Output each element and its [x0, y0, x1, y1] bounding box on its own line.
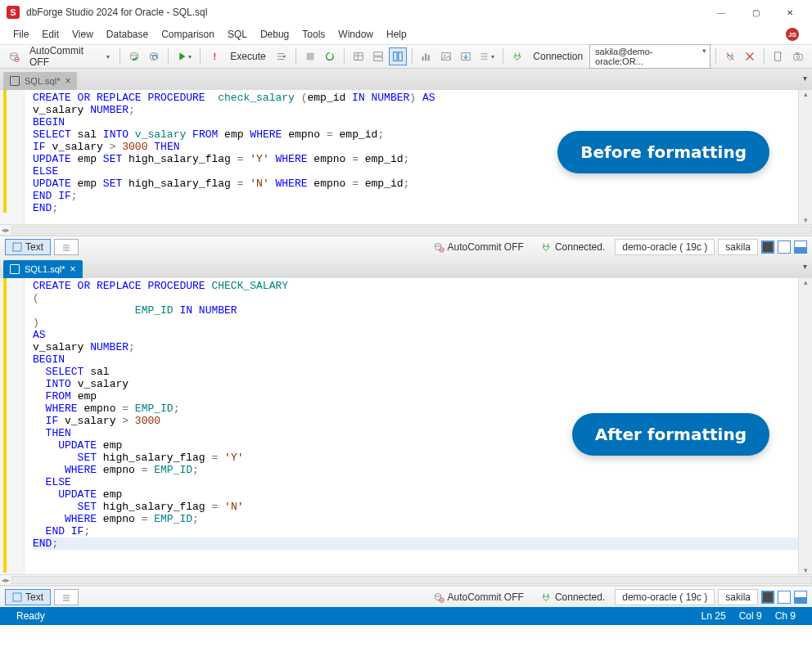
- view-mode-button[interactable]: [54, 239, 79, 255]
- main-toolbar: AutoCommit OFF▾ ▾ ! Execute ▾ Connection…: [0, 44, 812, 69]
- svg-rect-11: [425, 54, 426, 61]
- svg-point-0: [11, 53, 18, 56]
- snapshot-button[interactable]: [789, 47, 807, 65]
- execute-button[interactable]: Execute: [225, 51, 270, 62]
- schema-status[interactable]: sakila: [718, 589, 758, 605]
- autocommit-status: AutoCommit OFF: [426, 589, 530, 605]
- text-view-button[interactable]: Text: [5, 239, 51, 255]
- menu-comparison[interactable]: Comparison: [155, 26, 221, 43]
- document-icon: [10, 264, 20, 274]
- disconnect-button[interactable]: [721, 47, 739, 65]
- tab-sql1[interactable]: SQL1.sql* ×: [3, 260, 83, 278]
- layout-light-icon[interactable]: [778, 241, 791, 254]
- minimize-button[interactable]: —: [706, 3, 737, 21]
- transaction-mode-button[interactable]: [5, 47, 23, 65]
- view-mode-button[interactable]: [54, 589, 79, 605]
- svg-point-24: [435, 593, 440, 596]
- commit-button[interactable]: [125, 47, 143, 65]
- run-button[interactable]: ▾: [174, 47, 196, 65]
- document-tabstrip-2: SQL1.sql* × ▾: [0, 257, 812, 278]
- menu-debug[interactable]: Debug: [254, 26, 295, 43]
- new-query-button[interactable]: [769, 47, 787, 65]
- menu-edit[interactable]: Edit: [35, 26, 65, 43]
- svg-point-21: [435, 243, 440, 246]
- more-options-button[interactable]: ▾: [476, 47, 498, 65]
- document-icon: [10, 76, 20, 86]
- svg-rect-5: [354, 53, 363, 61]
- tab-label: SQL1.sql*: [25, 264, 65, 274]
- svg-rect-9: [398, 52, 401, 61]
- execute-warning-icon[interactable]: !: [205, 47, 223, 65]
- server-status[interactable]: demo-oracle ( 19c ): [615, 589, 715, 605]
- svg-rect-8: [393, 52, 396, 61]
- layout-dark-icon[interactable]: [761, 241, 774, 254]
- app-statusbar: Ready Ln 25 Col 9 Ch 9: [0, 607, 812, 625]
- svg-rect-10: [422, 56, 423, 61]
- image-view-button[interactable]: [437, 47, 455, 65]
- menu-sql[interactable]: SQL: [221, 26, 254, 43]
- menu-database[interactable]: Database: [100, 26, 155, 43]
- editor-pane-1[interactable]: CREATE OR REPLACE PROCEDURE check_salary…: [0, 90, 812, 224]
- change-marker: [3, 278, 7, 573]
- tab-close-button[interactable]: ×: [65, 76, 70, 86]
- stop-button[interactable]: [301, 47, 319, 65]
- connection-icon[interactable]: [508, 47, 526, 65]
- vertical-scrollbar[interactable]: [798, 278, 812, 574]
- editor-pane-2[interactable]: CREATE OR REPLACE PROCEDURE CHECK_SALARY…: [0, 278, 812, 574]
- callout-before: Before formatting: [557, 131, 769, 173]
- status-line: Ln 25: [701, 610, 726, 622]
- chart-button-1[interactable]: [417, 47, 435, 65]
- callout-after: After formatting: [572, 413, 769, 456]
- connection-label: Connection: [528, 51, 588, 62]
- titlebar: S dbForge Studio 2024 for Oracle - SQL.s…: [0, 0, 812, 25]
- execute-to-cursor-button[interactable]: [273, 47, 291, 65]
- document-tabstrip-1: SQL.sql* × ▾: [0, 69, 812, 90]
- tab-overflow-button[interactable]: ▾: [803, 74, 807, 83]
- layout-split-icon[interactable]: [794, 591, 807, 604]
- layout-light-icon[interactable]: [778, 591, 791, 604]
- svg-rect-4: [306, 53, 314, 61]
- horizontal-scroll-2[interactable]: ◂▸: [0, 574, 812, 586]
- svg-point-2: [130, 53, 138, 56]
- server-status[interactable]: demo-oracle ( 19c ): [615, 239, 715, 255]
- window-title: dbForge Studio 2024 for Oracle - SQL.sql: [26, 7, 706, 18]
- connection-combo[interactable]: sakila@demo-oracle:OR...: [589, 44, 710, 69]
- svg-rect-12: [427, 55, 429, 61]
- menu-window[interactable]: Window: [332, 26, 380, 43]
- export-button[interactable]: [457, 47, 475, 65]
- horizontal-scroll-1[interactable]: ◂▸: [0, 224, 812, 236]
- autocommit-toggle[interactable]: AutoCommit OFF▾: [25, 45, 115, 68]
- close-connection-button[interactable]: [741, 47, 759, 65]
- layout-dark-icon[interactable]: [761, 591, 774, 604]
- table-view-button[interactable]: [350, 47, 368, 65]
- maximize-button[interactable]: ▢: [740, 3, 771, 21]
- change-marker: [3, 90, 7, 213]
- editor-statusbar-1: Text AutoCommit OFF Connected. demo-orac…: [0, 236, 812, 257]
- layout-split-icon[interactable]: [794, 241, 807, 254]
- tab-close-button[interactable]: ×: [70, 264, 76, 274]
- menu-view[interactable]: View: [65, 26, 100, 43]
- svg-point-14: [444, 55, 445, 56]
- svg-rect-6: [373, 52, 382, 56]
- rollback-button[interactable]: [145, 47, 163, 65]
- card-view-button[interactable]: [369, 47, 387, 65]
- menu-help[interactable]: Help: [380, 26, 413, 43]
- tab-sql[interactable]: SQL.sql* ×: [3, 72, 77, 90]
- svg-rect-23: [13, 593, 21, 601]
- svg-rect-20: [13, 243, 21, 251]
- menu-tools[interactable]: Tools: [295, 26, 332, 43]
- schema-status[interactable]: sakila: [718, 239, 758, 255]
- pivot-view-button[interactable]: [389, 47, 407, 65]
- editor-statusbar-2: Text AutoCommit OFF Connected. demo-orac…: [0, 586, 812, 607]
- text-view-button[interactable]: Text: [5, 589, 51, 605]
- notification-badge-icon[interactable]: JS: [786, 28, 799, 41]
- status-ready: Ready: [16, 610, 45, 622]
- close-button[interactable]: ✕: [774, 3, 805, 21]
- tab-overflow-button[interactable]: ▾: [803, 262, 807, 271]
- tab-label: SQL.sql*: [25, 76, 60, 86]
- menu-file[interactable]: File: [7, 26, 35, 43]
- vertical-scrollbar[interactable]: [798, 90, 812, 224]
- connection-status: Connected.: [534, 589, 611, 605]
- refresh-button[interactable]: [321, 47, 339, 65]
- svg-point-18: [796, 56, 800, 59]
